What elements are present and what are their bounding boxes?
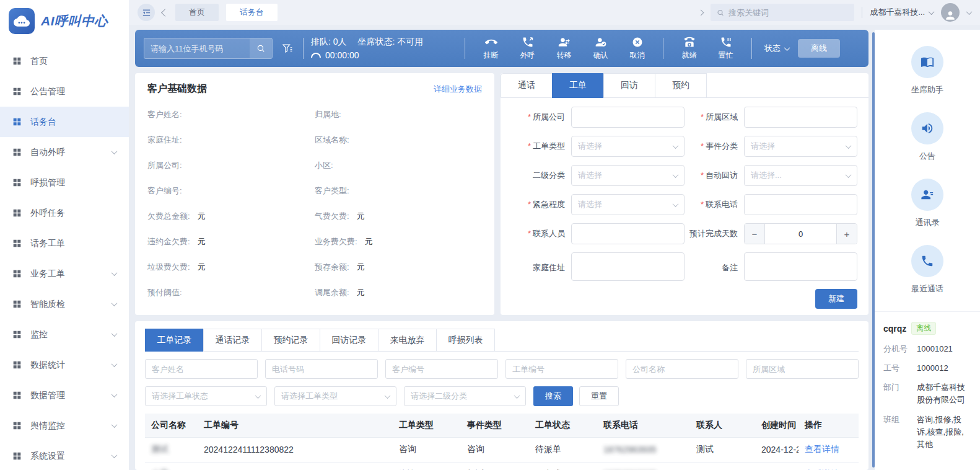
created-cell: 2024-12-2: [755, 437, 798, 462]
sidebar-item-announcements[interactable]: 公告管理: [0, 76, 129, 107]
filter-order-type-select[interactable]: 请选择工单类型: [274, 386, 396, 406]
col-order-no: 工单编号: [198, 414, 393, 437]
address-textarea[interactable]: [571, 252, 685, 281]
field-attribution: 归属地:: [315, 102, 482, 127]
stepper-plus-button[interactable]: +: [836, 224, 857, 244]
global-search-input[interactable]: [728, 8, 848, 17]
required-mark: *: [528, 141, 531, 151]
field-penalty-arrears: 违约金欠费:元: [147, 229, 315, 255]
book-icon: [911, 46, 943, 78]
tool-contacts[interactable]: 通讯录: [911, 179, 943, 228]
ready-button[interactable]: 就绪: [671, 36, 707, 61]
filter-customer-no-input[interactable]: [385, 359, 498, 379]
contact-person-input[interactable]: [571, 223, 685, 244]
filter-order-status-select[interactable]: 请选择工单状态: [145, 386, 267, 406]
contacts-icon: [911, 179, 943, 211]
sidebar-item-qc[interactable]: 智能质检: [0, 289, 129, 319]
forward-chevron-icon[interactable]: [698, 9, 704, 16]
hangup-button[interactable]: 挂断: [473, 36, 509, 61]
filter-phone-input[interactable]: [265, 359, 378, 379]
tab-order-records[interactable]: 工单记录: [145, 329, 204, 352]
owning-company-input[interactable]: [571, 107, 685, 128]
transfer-button[interactable]: 转移: [546, 36, 582, 61]
filter-order-no-input[interactable]: [505, 359, 618, 379]
sidebar-item-sentiment[interactable]: 舆情监控: [0, 410, 129, 441]
tool-agent-assistant[interactable]: 坐席助手: [911, 46, 943, 95]
sidebar-item-settings[interactable]: 系统设置: [0, 441, 129, 470]
collapse-sidebar-button[interactable]: [138, 4, 155, 21]
busy-button[interactable]: 置忙: [707, 36, 744, 61]
sidebar-item-outbound-tasks[interactable]: 外呼任务: [0, 198, 129, 228]
tab-callback[interactable]: 回访: [603, 73, 655, 98]
sidebar-item-data-management[interactable]: 数据管理: [0, 380, 129, 410]
filter-sub-type-select[interactable]: 请选择二级分类: [404, 386, 526, 406]
dial-search-button[interactable]: [250, 38, 272, 58]
tab-callback-records[interactable]: 回访记录: [320, 329, 378, 352]
filter-region-input[interactable]: [746, 359, 859, 379]
phone-number-box: [144, 38, 273, 59]
offline-button[interactable]: 离线: [798, 39, 840, 58]
required-mark: *: [701, 112, 704, 122]
sidebar-item-statistics[interactable]: 数据统计: [0, 350, 129, 380]
event-type-select[interactable]: 请选择: [744, 136, 857, 157]
sub-type-select[interactable]: 请选择: [571, 165, 685, 186]
sidebar-item-auto-outbound[interactable]: 自动外呼: [0, 137, 129, 167]
chevron-down-icon: [112, 361, 118, 367]
divider: [465, 38, 465, 59]
status-dropdown[interactable]: 状态: [764, 43, 789, 54]
chevron-down-icon: [112, 300, 118, 306]
divider: [751, 38, 752, 59]
tab-call[interactable]: 通话: [501, 73, 553, 98]
grid-icon: [12, 391, 22, 400]
timer-value: 00:00:00: [325, 50, 359, 60]
urgency-select[interactable]: 请选择: [571, 194, 685, 215]
tab-appointment-records[interactable]: 预约记录: [261, 329, 320, 352]
phone-number-input[interactable]: [144, 38, 250, 58]
stepper-value[interactable]: 0: [765, 224, 836, 244]
sidebar-item-call-orders[interactable]: 话务工单: [0, 228, 129, 259]
cancel-button[interactable]: 取消: [619, 36, 655, 61]
company-selector[interactable]: 成都千嘉科技...: [870, 7, 934, 18]
search-icon: [717, 9, 724, 17]
sidebar-item-monitor[interactable]: 监控: [0, 319, 129, 350]
remark-textarea[interactable]: [744, 252, 857, 281]
outbound-call-button[interactable]: 外呼: [509, 36, 546, 61]
global-search[interactable]: [711, 4, 854, 21]
confirm-button[interactable]: 确认: [582, 36, 619, 61]
create-order-button[interactable]: 新建: [815, 289, 857, 309]
view-detail-link[interactable]: 查看详情: [805, 444, 839, 454]
filter-funnel-icon[interactable]: [281, 43, 293, 55]
tab-abandoned-calls[interactable]: 来电放弃: [378, 329, 437, 352]
tab-work-order[interactable]: 工单: [552, 73, 604, 98]
scrollbar[interactable]: [872, 32, 875, 468]
tab-call-records[interactable]: 通话记录: [203, 329, 262, 352]
avatar[interactable]: [941, 3, 960, 22]
tab-home[interactable]: 首页: [175, 4, 219, 21]
owning-region-input[interactable]: [744, 107, 857, 128]
search-button[interactable]: 搜索: [533, 386, 573, 406]
sidebar-item-console[interactable]: 话务台: [0, 107, 129, 137]
sidebar-item-call-loss[interactable]: 呼损管理: [0, 167, 129, 198]
agent-worker-id-row: 工号 1000012: [883, 362, 971, 375]
order-type-select[interactable]: 请选择: [571, 136, 685, 157]
tab-console[interactable]: 话务台: [226, 4, 278, 21]
reset-button[interactable]: 重置: [579, 386, 619, 406]
back-chevron-icon[interactable]: [161, 9, 169, 17]
grid-icon: [12, 178, 22, 187]
sidebar-item-home[interactable]: 首页: [0, 46, 129, 76]
tool-announcements[interactable]: 公告: [911, 112, 943, 162]
chevron-down-icon: [846, 143, 852, 149]
tab-appointment[interactable]: 预约: [655, 73, 707, 98]
contact-phone-input[interactable]: [744, 194, 857, 215]
sidebar-menu: 首页 公告管理 话务台 自动外呼 呼损管理 外呼任务 话务工单: [0, 42, 129, 470]
tool-recent-calls[interactable]: 最近通话: [911, 245, 943, 295]
business-detail-link[interactable]: 详细业务数据: [434, 84, 482, 95]
filter-customer-name-input[interactable]: [145, 359, 258, 379]
tab-call-loss-list[interactable]: 呼损列表: [436, 329, 495, 352]
stepper-minus-button[interactable]: −: [745, 224, 765, 244]
auto-visit-select[interactable]: 请选择...: [744, 165, 857, 186]
filter-company-input[interactable]: [626, 359, 738, 379]
sidebar-item-business-orders[interactable]: 业务工单: [0, 259, 129, 289]
company-cell-blurred: 测试: [151, 444, 168, 454]
user-menu-chevron-icon[interactable]: [966, 9, 973, 15]
